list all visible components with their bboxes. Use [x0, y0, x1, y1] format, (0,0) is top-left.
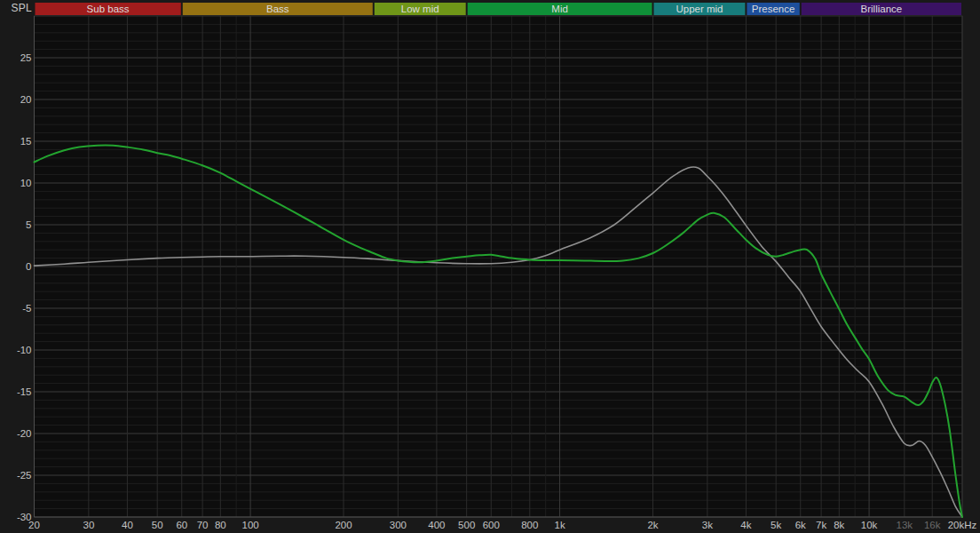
- y-tick-label: -30: [17, 512, 32, 522]
- y-axis-tick-labels: 2520151050-5-10-15-20-25-30: [17, 52, 32, 522]
- x-tick-label: 100: [242, 520, 259, 530]
- frequency-bands-strip: Sub bassBassLow midMidUpper midPresenceB…: [36, 3, 962, 15]
- band-label: Mid: [551, 4, 568, 14]
- x-tick-label: 200: [335, 520, 352, 530]
- x-tick-label: 300: [390, 520, 407, 530]
- y-tick-label: -20: [17, 428, 32, 439]
- y-tick-label: -25: [17, 470, 32, 481]
- y-tick-label: -5: [22, 303, 31, 314]
- x-tick-label: 80: [215, 520, 226, 530]
- x-axis-tick-labels: 203040506070801002003004005006008001k2k3…: [28, 520, 976, 530]
- x-tick-label: 7k: [816, 520, 826, 530]
- y-tick-label: 25: [20, 52, 32, 63]
- x-tick-label: 400: [428, 520, 445, 530]
- y-tick-label: 20: [20, 94, 32, 105]
- x-tick-label: 16k: [924, 520, 941, 530]
- x-tick-label: 600: [483, 520, 500, 530]
- y-tick-label: -15: [17, 386, 32, 397]
- x-tick-label: 40: [122, 520, 133, 530]
- x-tick-label: 2k: [647, 520, 658, 530]
- band-label: Bass: [266, 4, 289, 14]
- frequency-response-app: SPL Sub bassBassLow midMidUpper midPrese…: [0, 0, 980, 533]
- frequency-response-chart: Sub bassBassLow midMidUpper midPresenceB…: [0, 0, 980, 533]
- band-label: Upper mid: [676, 4, 723, 14]
- x-tick-label: 8k: [834, 520, 844, 530]
- y-tick-label: 15: [20, 136, 32, 147]
- y-tick-label: -10: [17, 345, 32, 355]
- band-label: Low mid: [401, 4, 439, 14]
- band-label: Sub bass: [87, 4, 130, 14]
- x-tick-label: 60: [176, 520, 187, 530]
- x-tick-label: 3k: [702, 520, 713, 530]
- x-tick-label: 500: [458, 520, 475, 530]
- x-tick-label: 1k: [555, 520, 565, 530]
- x-tick-label: 800: [521, 520, 538, 530]
- x-tick-label: 30: [83, 520, 95, 530]
- x-tick-label: 13k: [897, 520, 913, 530]
- y-tick-label: 5: [26, 219, 31, 230]
- band-label: Brilliance: [861, 4, 903, 14]
- x-tick-label: 50: [152, 520, 163, 530]
- y-tick-label: 0: [26, 261, 31, 272]
- x-tick-label: 20kHz: [948, 520, 977, 530]
- grid-layer: [35, 16, 963, 517]
- x-tick-label: 70: [197, 520, 209, 530]
- x-tick-label: 4k: [740, 520, 751, 530]
- x-tick-label: 10k: [861, 520, 878, 530]
- x-tick-label: 6k: [795, 520, 806, 530]
- y-tick-label: 10: [20, 178, 32, 188]
- x-tick-label: 5k: [771, 520, 781, 530]
- band-label: Presence: [752, 4, 795, 14]
